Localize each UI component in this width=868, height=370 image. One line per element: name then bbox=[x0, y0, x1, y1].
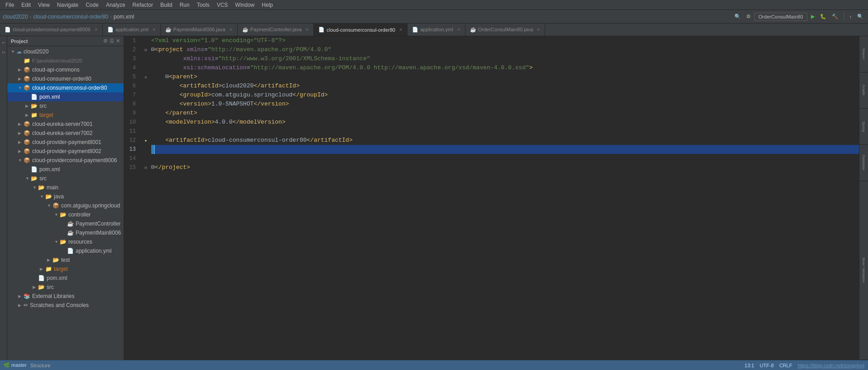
arrow-eureka7002: ▶ bbox=[18, 131, 24, 135]
tree-item-package-pc[interactable]: ▼ 📦 com.atguigu.springcloud bbox=[7, 201, 124, 210]
tree-item-payment8001[interactable]: ▶ 📦 cloud-provider-payment8001 bbox=[7, 138, 124, 147]
tree-item-java-pc[interactable]: ▼ 📂 java bbox=[7, 192, 124, 201]
breadcrumb-cloud2020[interactable]: cloud2020 bbox=[3, 14, 28, 20]
tree-item-target-pc[interactable]: ▶ 📁 target bbox=[7, 264, 124, 274]
status-line-ending[interactable]: CRLF bbox=[779, 363, 792, 368]
vcs-btn[interactable]: ↑ bbox=[848, 13, 854, 20]
gutter-15[interactable]: ⊟ bbox=[142, 163, 149, 172]
bean-validation-panel-btn[interactable]: Bean Validation bbox=[859, 181, 868, 360]
tree-item-cloud2020[interactable]: ▼ ☁ cloud2020 bbox=[7, 47, 124, 56]
menu-item-navigate[interactable]: Navigate bbox=[53, 1, 82, 9]
menu-item-vcs[interactable]: VCS bbox=[213, 1, 232, 9]
sidebar-expand-btn[interactable]: ☰ bbox=[110, 38, 114, 44]
code-line-13[interactable] bbox=[151, 145, 859, 154]
tab-close-4[interactable]: ✕ bbox=[305, 27, 309, 32]
menu-item-build[interactable]: Build bbox=[157, 1, 176, 9]
tab-payment-main[interactable]: ☕ PaymentMain8006.java ✕ bbox=[161, 24, 238, 36]
tab-close-5[interactable]: ✕ bbox=[399, 27, 403, 32]
project-tree: ▼ ☁ cloud2020 📁 F:\java\idea\cloud2020 ▶… bbox=[7, 46, 124, 360]
toolbar-settings-btn[interactable]: ⚙ bbox=[744, 13, 753, 20]
tab-payment8006-pom[interactable]: 📄 cloud-providerconsul-payment8006 ✕ bbox=[0, 24, 103, 36]
tab-payment-controller[interactable]: ☕ PaymentController.java ✕ bbox=[238, 24, 314, 36]
tree-item-application-yml[interactable]: 📄 application.yml bbox=[7, 246, 124, 255]
tree-item-eureka7002[interactable]: ▶ 📦 cloud-eureka-server7002 bbox=[7, 129, 124, 138]
tree-item-eureka7001[interactable]: ▶ 📦 cloud-eureka-server7001 bbox=[7, 120, 124, 129]
menu-item-file[interactable]: File bbox=[2, 1, 18, 9]
tree-item-ext-lib[interactable]: ▶ 📚 External Libraries bbox=[7, 292, 124, 301]
tree-item-resources-folder[interactable]: ▼ 📂 resources bbox=[7, 237, 124, 246]
debug-btn[interactable]: 🐛 bbox=[818, 13, 828, 20]
tab-close-6[interactable]: ✕ bbox=[457, 27, 460, 32]
menu-item-run[interactable]: Run bbox=[176, 1, 193, 9]
breadcrumb-module[interactable]: cloud-consumerconsul-order80 bbox=[33, 14, 108, 20]
menu-item-analyze[interactable]: Analyze bbox=[102, 1, 129, 9]
tree-item-test[interactable]: ▶ 📂 test bbox=[7, 255, 124, 264]
sidebar-close-btn[interactable]: ✕ bbox=[116, 38, 120, 44]
arrow-main-pc: ▼ bbox=[33, 185, 38, 190]
arrow-eureka7001: ▶ bbox=[18, 122, 24, 126]
menu-item-window[interactable]: Window bbox=[231, 1, 258, 9]
status-encoding[interactable]: UTF-8 bbox=[760, 363, 774, 368]
tab-close-1[interactable]: ✕ bbox=[94, 27, 98, 32]
tree-item-payment-main[interactable]: ☕ PaymentMain8006 bbox=[7, 228, 124, 237]
tree-item-src-pc2[interactable]: ▶ 📂 src bbox=[7, 283, 124, 292]
tree-item-pom-pc2[interactable]: 📄 pom.xml bbox=[7, 274, 124, 283]
status-blog-link[interactable]: https://blog.csdn.net/songyinyi bbox=[798, 363, 864, 368]
line-num-9: 9 bbox=[124, 109, 139, 118]
tree-item-consumer-order80[interactable]: ▶ 📦 cloud-consumer-order80 bbox=[7, 74, 124, 83]
tree-item-providerconsul[interactable]: ▼ 📦 cloud-providerconsul-payment8006 bbox=[7, 156, 124, 165]
package-icon-pc: 📦 bbox=[53, 202, 59, 209]
structure-tool-btn[interactable]: 2 bbox=[1, 51, 6, 53]
tree-item-consumerconsul[interactable]: ▼ 📦 cloud-consumerconsul-order80 bbox=[7, 83, 124, 92]
breadcrumb-file: pom.xml bbox=[114, 14, 134, 20]
menu-item-help[interactable]: Help bbox=[258, 1, 277, 9]
menu-item-tools[interactable]: Tools bbox=[193, 1, 213, 9]
tab-label-7: OrderConsulMain80.java bbox=[478, 27, 533, 32]
tab-application-yml-1[interactable]: 📄 application.yml ✕ bbox=[103, 24, 161, 36]
tree-item-payment8002[interactable]: ▶ 📦 cloud-provider-payment8002 bbox=[7, 147, 124, 156]
tree-item-payment-controller[interactable]: ☕ PaymentController bbox=[7, 219, 124, 228]
editor-content[interactable]: 1 2 3 4 5 6 7 8 9 10 11 12 13 14 15 ⊟ bbox=[124, 36, 859, 360]
tree-item-src-cc[interactable]: ▶ 📂 src bbox=[7, 101, 124, 111]
tree-item-pom-consumerconsul[interactable]: 📄 pom.xml bbox=[7, 92, 124, 101]
project-tool-btn[interactable]: 1 bbox=[1, 42, 6, 44]
tree-item-controller-folder[interactable]: ▼ 📂 controller bbox=[7, 210, 124, 219]
status-git[interactable]: 🌿 master bbox=[4, 362, 27, 368]
tree-item-path[interactable]: 📁 F:\java\idea\cloud2020 bbox=[7, 56, 124, 65]
resources-icon: 📂 bbox=[60, 239, 67, 245]
run-config-selector[interactable]: OrderConsulMain80 bbox=[754, 13, 807, 21]
tree-item-pom-providerconsul[interactable]: 📄 pom.xml bbox=[7, 165, 124, 174]
tab-close-7[interactable]: ✕ bbox=[537, 27, 540, 32]
menu-item-code[interactable]: Code bbox=[82, 1, 102, 9]
toolbar-search-btn[interactable]: 🔍 bbox=[733, 13, 743, 20]
maven-panel-btn[interactable]: Maven bbox=[859, 36, 868, 72]
tree-label-payment-controller: PaymentController bbox=[76, 221, 120, 227]
spring-panel-btn[interactable]: Spring bbox=[859, 109, 868, 145]
tab-consumer-pom[interactable]: 📄 cloud-consumerconsul-order80 ✕ bbox=[314, 24, 408, 36]
code-area[interactable]: <?xml version="1.0" encoding="UTF-8"?> ⊟… bbox=[149, 36, 859, 360]
tree-label-package-pc: com.atguigu.springcloud bbox=[61, 202, 120, 209]
tree-item-api-commons[interactable]: ▶ 📦 cloud-api-commons bbox=[7, 65, 124, 74]
line-num-3: 3 bbox=[124, 54, 139, 63]
tree-item-target-cc[interactable]: ▶ 📁 target bbox=[7, 111, 124, 120]
tree-item-scratches[interactable]: ▶ ✏ Scratches and Consoles bbox=[7, 301, 124, 310]
tree-item-main-pc[interactable]: ▼ 📂 main bbox=[7, 183, 124, 192]
code-line-9: </parent> bbox=[151, 109, 859, 118]
menu-item-edit[interactable]: Edit bbox=[18, 1, 34, 9]
tab-order-main[interactable]: ☕ OrderConsulMain80.java ✕ bbox=[465, 24, 546, 36]
run-btn[interactable]: ▶ bbox=[809, 13, 816, 20]
status-structure: Structure bbox=[30, 363, 51, 368]
build-btn[interactable]: 🔨 bbox=[830, 13, 840, 20]
gutter-5[interactable]: m bbox=[142, 72, 149, 82]
tab-close-3[interactable]: ✕ bbox=[229, 27, 233, 32]
menu-item-refactor[interactable]: Refactor bbox=[129, 1, 157, 9]
toolbar-find-btn[interactable]: 🔍 bbox=[855, 13, 865, 20]
sidebar-settings-btn[interactable]: ⚙ bbox=[103, 38, 108, 44]
gradle-panel-btn[interactable]: Gradle bbox=[859, 72, 868, 109]
database-panel-btn[interactable]: Database bbox=[859, 145, 868, 181]
tab-close-2[interactable]: ✕ bbox=[152, 27, 156, 32]
tree-item-src-pc[interactable]: ▼ 📂 src bbox=[7, 174, 124, 183]
tab-application-yml-2[interactable]: 📄 application.yml ✕ bbox=[408, 24, 465, 36]
gutter-2[interactable]: ⊟ bbox=[142, 45, 149, 54]
menu-item-view[interactable]: View bbox=[34, 1, 53, 9]
